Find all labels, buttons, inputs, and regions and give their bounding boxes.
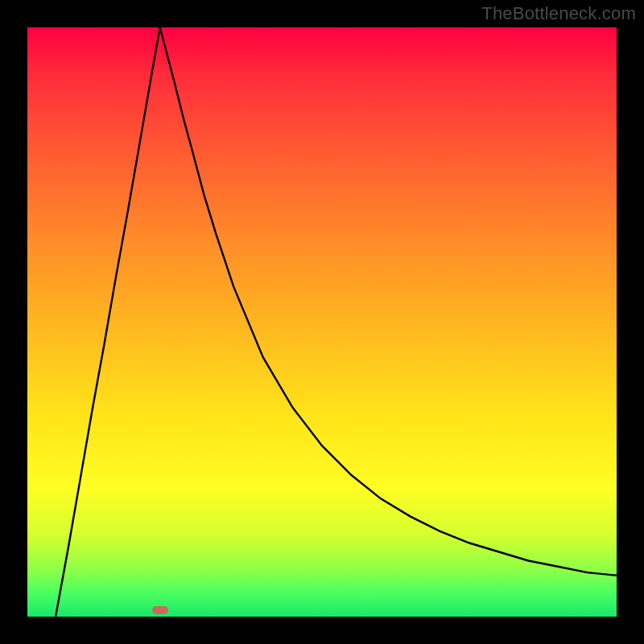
watermark-text: TheBottleneck.com [481,3,636,24]
chart-frame: TheBottleneck.com [0,0,644,644]
optimum-marker [152,606,168,614]
bottleneck-curve [27,27,617,617]
plot-area [27,27,617,617]
